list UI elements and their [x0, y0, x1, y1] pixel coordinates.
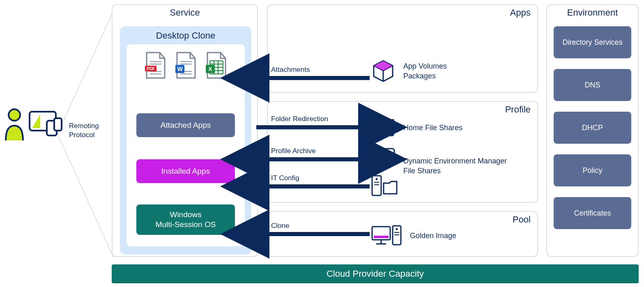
remoting-protocol-label: Remoting Protocol [69, 122, 99, 140]
svg-point-32 [376, 178, 378, 180]
attached-apps-box: Attached Apps [136, 113, 235, 137]
golden-image-item: Golden Image [370, 224, 456, 247]
installed-apps-box: Installed Apps [136, 159, 235, 183]
home-file-shares-item: Home File Shares [370, 117, 462, 138]
apps-panel: Apps App Volumes Packages [267, 4, 538, 93]
server-folder-item [370, 174, 399, 198]
svg-rect-5 [54, 118, 62, 131]
svg-point-40 [396, 228, 398, 230]
svg-rect-36 [374, 236, 389, 238]
home-file-shares-label: Home File Shares [403, 123, 462, 133]
svg-rect-30 [384, 149, 394, 156]
arrow-label-clone: Clone [271, 222, 289, 230]
env-item-certificates: Certificates [554, 197, 631, 229]
env-item-dhcp: DHCP [554, 112, 631, 144]
svg-text:X: X [208, 66, 212, 72]
windows-os-box: Windows Multi-Session OS [136, 204, 235, 235]
user-icon [3, 108, 25, 141]
env-item-directory-services: Directory Services [554, 26, 631, 58]
apps-title: Apps [510, 7, 531, 18]
windows-os-label-1: Windows [170, 210, 201, 220]
environment-panel: Environment Directory Services DNS DHCP … [546, 4, 639, 257]
desktop-clone-title: Desktop Clone [120, 26, 251, 44]
excel-icon: X [204, 52, 228, 80]
desktop-tower-icon [370, 224, 402, 247]
app-volumes-label: App Volumes Packages [403, 61, 447, 81]
word-icon: W [174, 52, 198, 80]
cloud-provider-capacity-bar: Cloud Provider Capacity [112, 264, 639, 283]
svg-point-1 [9, 109, 20, 121]
attached-apps-label: Attached Apps [161, 121, 211, 130]
arrow-label-it-config: IT Config [271, 174, 299, 182]
profile-title: Profile [505, 104, 531, 115]
svg-text:PDF: PDF [147, 67, 155, 71]
server-folder-icon [370, 174, 399, 198]
service-title: Service [170, 7, 200, 18]
folder-icon [370, 117, 396, 138]
desktop-clone-box: Desktop Clone PDF [120, 26, 251, 255]
pool-title: Pool [513, 214, 531, 225]
arrow-label-attachments: Attachments [271, 66, 310, 74]
pdf-icon: PDF [143, 52, 167, 80]
arrow-label-folder-redirection: Folder Redirection [271, 115, 328, 123]
user-speech-icon [370, 147, 396, 170]
environment-title: Environment [567, 7, 618, 18]
devices-icon [28, 110, 63, 139]
installed-apps-label: Installed Apps [161, 167, 210, 176]
golden-image-label: Golden Image [410, 231, 456, 241]
dem-user-item: Dynamic Environment Manager File Shares [370, 147, 396, 170]
svg-text:W: W [177, 66, 183, 72]
arrow-label-profile-archive: Profile Archive [271, 147, 316, 155]
env-item-dns: DNS [554, 69, 631, 101]
file-icons-row: PDF W [126, 44, 245, 80]
capacity-bar-label: Cloud Provider Capacity [327, 269, 424, 279]
service-panel: Service Desktop Clone PDF [112, 4, 258, 257]
env-item-policy: Policy [554, 154, 631, 186]
package-cube-icon [370, 58, 396, 84]
windows-os-label-2: Multi-Session OS [156, 220, 216, 230]
desktop-clone-inner: PDF W [126, 44, 245, 246]
pool-panel: Pool Golden Image [267, 211, 538, 257]
dem-label: Dynamic Environment Manager File Shares [403, 156, 527, 176]
environment-stack: Directory Services DNS DHCP Policy Certi… [547, 5, 638, 229]
svg-point-29 [374, 152, 382, 160]
app-volumes-item: App Volumes Packages [370, 58, 447, 84]
